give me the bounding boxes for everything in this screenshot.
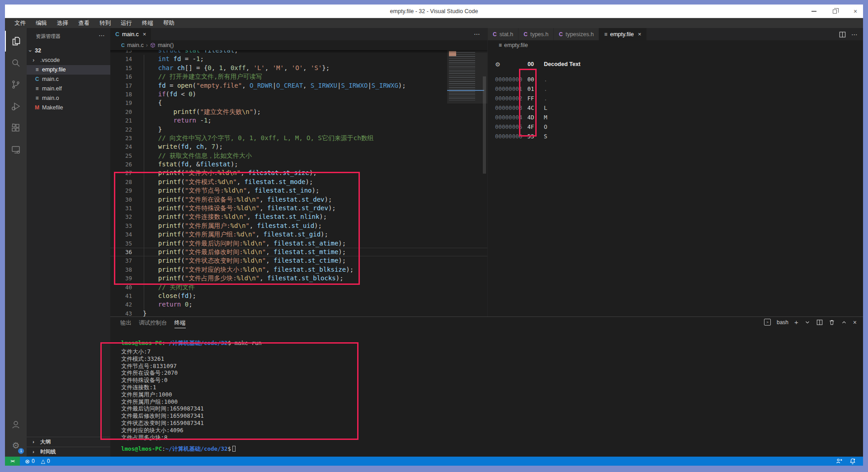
- code-line-15[interactable]: 15 char ch[] = {0, 1, 0xff, 'L', 'M', 'O…: [110, 64, 487, 72]
- panel-tab-输出[interactable]: 输出: [120, 317, 132, 328]
- menu-item-转到[interactable]: 转到: [94, 18, 116, 28]
- code-line-25[interactable]: 25 // 获取文件信息，比如文件大小: [110, 151, 487, 160]
- code-line-18[interactable]: 18 if(fd < 0): [110, 90, 487, 99]
- code-line-19[interactable]: 19 {: [110, 99, 487, 107]
- hex-row-00000005[interactable]: 000000054FO: [488, 122, 669, 132]
- code-line-26[interactable]: 26 fstat(fd, &filestat);: [110, 160, 487, 169]
- more-actions-icon[interactable]: ⋯: [851, 31, 858, 38]
- activity-search[interactable]: [5, 52, 27, 73]
- hex-row-00000006[interactable]: 0000000653S: [488, 132, 669, 141]
- code-line-14[interactable]: 14 int fd = -1;: [110, 55, 487, 63]
- panel-tab-调试控制台[interactable]: 调试控制台: [139, 317, 167, 328]
- code-line-21[interactable]: 21 return -1;: [110, 116, 487, 125]
- problems-status[interactable]: ⊗ 0 △ 0: [25, 457, 50, 466]
- editor-actions-more-icon[interactable]: ⋯: [474, 30, 480, 38]
- hex-row-00000000[interactable]: 0000000000.: [488, 75, 669, 84]
- hex-row-00000001[interactable]: 0000000101.: [488, 84, 669, 94]
- tree-root-32[interactable]: › 32: [27, 46, 110, 56]
- code-line-20[interactable]: 20 printf("建立文件失败\n");: [110, 108, 487, 116]
- code-line-42[interactable]: 42 return 0;: [110, 300, 487, 309]
- restore-icon: [833, 9, 837, 14]
- menu-item-选择[interactable]: 选择: [52, 18, 73, 28]
- hex-decoded: O: [544, 122, 547, 132]
- chevron-right-icon: ›: [33, 56, 34, 65]
- section-outline[interactable]: › 大纲: [27, 437, 110, 447]
- hex-address: 00000005: [495, 122, 522, 132]
- hex-row-00000002[interactable]: 00000002FF.: [488, 94, 669, 103]
- breadcrumb-right[interactable]: ≡ empty.file: [488, 40, 863, 50]
- minimap-slider[interactable]: [447, 50, 487, 104]
- close-icon[interactable]: ×: [638, 31, 642, 38]
- file-item-main.elf[interactable]: ≡main.elf: [27, 84, 110, 94]
- split-terminal-icon[interactable]: [816, 319, 823, 326]
- activity-remote-explorer[interactable]: [5, 139, 27, 160]
- line-number: 41: [110, 292, 132, 300]
- menu-item-运行[interactable]: 运行: [116, 18, 137, 28]
- run-debug-icon: [10, 101, 21, 112]
- tab-types.h[interactable]: Ctypes.h: [519, 28, 554, 40]
- tab-empty.file[interactable]: ≡empty.file×: [599, 28, 646, 40]
- file-item-.vscode[interactable]: ›.vscode: [27, 56, 110, 65]
- code-line-22[interactable]: 22 }: [110, 125, 487, 134]
- activity-source-control[interactable]: [5, 74, 27, 95]
- tab-stat.h[interactable]: Cstat.h: [488, 28, 519, 40]
- menu-item-帮助[interactable]: 帮助: [158, 18, 179, 28]
- hex-decoded: .: [544, 84, 547, 94]
- prompt-dollar: $: [228, 445, 231, 452]
- panel-tab-终端[interactable]: 终端: [175, 317, 186, 328]
- breadcrumb-symbol[interactable]: main(): [158, 42, 174, 48]
- minimize-button[interactable]: [807, 5, 821, 18]
- code-line-43[interactable]: 43}: [110, 309, 487, 316]
- hex-row-00000003[interactable]: 000000034CL: [488, 103, 669, 113]
- file-item-main.o[interactable]: ≡main.o: [27, 94, 110, 103]
- breadcrumb-file[interactable]: main.c: [127, 42, 144, 48]
- remote-indicator[interactable]: ><: [5, 457, 20, 466]
- split-editor-icon[interactable]: [839, 31, 846, 38]
- code-text: write(fd, ch, 7);: [143, 142, 223, 151]
- account-button[interactable]: [5, 414, 27, 435]
- sidebar-title: 资源管理器: [36, 33, 61, 40]
- feedback-icon[interactable]: [836, 458, 842, 464]
- prompt-colon: :: [162, 445, 165, 452]
- file-item-main.c[interactable]: Cmain.c: [27, 75, 110, 84]
- code-line-17[interactable]: 17 fd = open("empty.file", O_RDWR|O_CREA…: [110, 81, 487, 90]
- file-item-empty.file[interactable]: ≡empty.file: [27, 65, 110, 75]
- menu-item-查看[interactable]: 查看: [73, 18, 94, 28]
- vertical-scrollbar[interactable]: [483, 76, 486, 174]
- chevron-right-icon: ›: [33, 447, 34, 457]
- restore-button[interactable]: [828, 5, 841, 18]
- bell-icon[interactable]: [849, 458, 856, 464]
- panel-actions: > bash + ×: [764, 318, 857, 326]
- file-item-label: main.o: [42, 94, 59, 103]
- activity-explorer[interactable]: [5, 31, 27, 52]
- chevron-up-icon[interactable]: [841, 319, 847, 326]
- settings-button[interactable]: ⚙ 1: [5, 435, 27, 456]
- shell-name[interactable]: bash: [777, 319, 788, 326]
- close-panel-icon[interactable]: ×: [853, 319, 857, 326]
- file-item-Makefile[interactable]: MMakefile: [27, 103, 110, 113]
- hex-address: 00000006: [495, 132, 522, 141]
- code-line-24[interactable]: 24 write(fd, ch, 7);: [110, 142, 487, 151]
- section-timeline[interactable]: › 时间线: [27, 447, 110, 457]
- hex-row-00000004[interactable]: 000000044DM: [488, 113, 669, 122]
- gear-icon[interactable]: ⚙: [495, 61, 500, 68]
- new-terminal-icon[interactable]: +: [794, 318, 798, 326]
- code-line-16[interactable]: 16 // 打开并建立文件,所有用户可读写: [110, 72, 487, 81]
- chevron-down-icon[interactable]: [804, 319, 811, 326]
- activity-extensions[interactable]: [5, 118, 27, 138]
- activity-run-debug[interactable]: [5, 96, 27, 117]
- tab-typesizes.h[interactable]: Ctypesizes.h: [554, 28, 599, 40]
- close-button[interactable]: ×: [849, 5, 862, 18]
- breadcrumb-right-file[interactable]: empty.file: [504, 42, 528, 48]
- sidebar-more-icon[interactable]: ⋯: [99, 32, 105, 39]
- menu-item-编辑[interactable]: 编辑: [31, 18, 52, 28]
- tab-main-c[interactable]: C main.c ×: [110, 28, 151, 40]
- menu-item-文件[interactable]: 文件: [9, 18, 31, 28]
- code-line-23[interactable]: 23 // 向文件中写入7个字节, 0, 1, 0xff, L, M, O, S…: [110, 134, 487, 142]
- code-line-41[interactable]: 41 close(fd);: [110, 292, 487, 300]
- close-icon[interactable]: ×: [143, 31, 146, 38]
- file-item-label: main.elf: [42, 84, 62, 94]
- menu-item-终端[interactable]: 终端: [137, 18, 158, 28]
- trash-icon[interactable]: [829, 319, 835, 326]
- breadcrumb[interactable]: C main.c › main(): [110, 40, 487, 50]
